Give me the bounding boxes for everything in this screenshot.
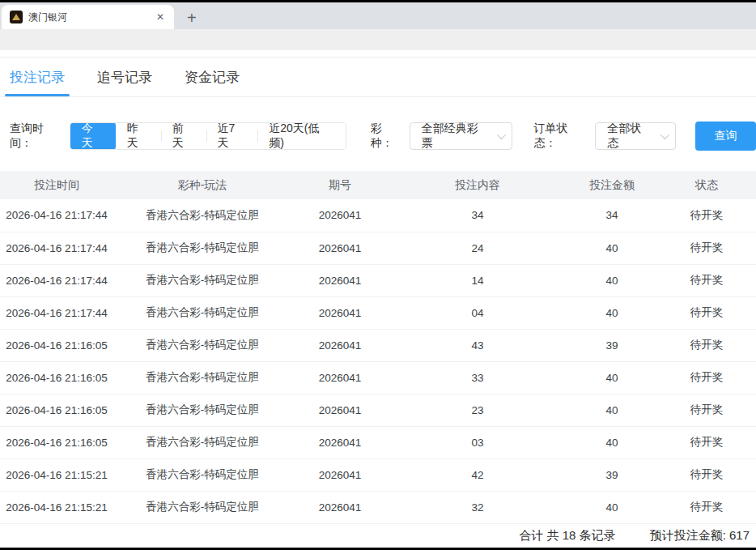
table-cell: 2026-04-16 21:17:44 xyxy=(0,232,113,264)
new-tab-button[interactable]: + xyxy=(182,10,202,26)
table-row: 2026-04-16 21:16:05香港六合彩-特码定位胆2026041234… xyxy=(0,394,756,426)
table-cell: 2026041 xyxy=(291,264,389,296)
table-cell: 34 xyxy=(567,199,657,232)
table-cell: 香港六合彩-特码定位胆 xyxy=(113,264,291,296)
table-cell: 40 xyxy=(567,264,657,296)
table-cell: 香港六合彩-特码定位胆 xyxy=(113,199,291,232)
table-cell: 03 xyxy=(389,426,567,458)
table-cell: 香港六合彩-特码定位胆 xyxy=(113,426,291,458)
column-header: 期号 xyxy=(291,171,389,199)
table-cell: 待开奖 xyxy=(657,199,756,232)
table-cell: 40 xyxy=(567,491,657,523)
table-row: 2026-04-16 21:16:05香港六合彩-特码定位胆2026041334… xyxy=(0,361,756,394)
chevron-down-icon xyxy=(497,130,506,139)
lottery-filter-label: 彩种： xyxy=(371,122,405,151)
table-cell: 2026-04-16 21:16:05 xyxy=(0,394,113,426)
table-cell: 2026041 xyxy=(291,491,389,523)
status-filter-label: 订单状态： xyxy=(533,122,590,151)
table-cell: 24 xyxy=(389,232,567,264)
table-cell: 43 xyxy=(389,329,567,361)
table-cell: 04 xyxy=(389,296,567,329)
time-option-yesterday[interactable]: 昨天 xyxy=(116,122,161,150)
table-cell: 2026041 xyxy=(291,361,389,394)
table-cell: 待开奖 xyxy=(657,296,756,329)
table-cell: 33 xyxy=(389,361,567,394)
table-cell: 40 xyxy=(567,426,657,458)
table-cell: 2026-04-16 21:16:05 xyxy=(0,361,113,394)
table-cell: 32 xyxy=(389,491,567,523)
table-cell: 2026041 xyxy=(291,458,389,491)
browser-tabstrip: 澳门银河 ✕ + xyxy=(0,2,756,29)
tab-fund-records[interactable]: 资金记录 xyxy=(185,58,240,96)
lottery-select[interactable]: 全部经典彩票 xyxy=(410,122,513,150)
content-gap xyxy=(0,50,756,57)
filter-row: 查询时间： 今天 昨天 前天 近7天 近20天(低频) 彩种： 全部经典彩票 订… xyxy=(0,122,756,151)
bottom-black-bar xyxy=(0,548,756,550)
table-cell: 待开奖 xyxy=(657,394,756,426)
table-cell: 2026-04-16 21:16:05 xyxy=(0,426,113,458)
table-cell: 香港六合彩-特码定位胆 xyxy=(113,296,291,329)
table-cell: 待开奖 xyxy=(657,426,756,458)
table-cell: 2026041 xyxy=(291,199,389,232)
table-cell: 待开奖 xyxy=(657,458,756,491)
table-header: 投注时间彩种-玩法期号投注内容投注金额状态 xyxy=(0,171,756,199)
browser-tab-title: 澳门银河 xyxy=(28,11,153,24)
tab-label: 投注记录 xyxy=(10,68,65,87)
tab-close-icon[interactable]: ✕ xyxy=(153,10,168,24)
table-cell: 40 xyxy=(567,394,657,426)
time-option-day-before[interactable]: 前天 xyxy=(161,122,206,150)
table-cell: 39 xyxy=(567,329,657,361)
table-row: 2026-04-16 21:16:05香港六合彩-特码定位胆2026041034… xyxy=(0,426,756,458)
chevron-down-icon xyxy=(660,130,669,139)
total-records-text: 合计 共 18 条记录 xyxy=(519,528,615,544)
table-cell: 2026-04-16 21:15:21 xyxy=(0,458,113,491)
table-cell: 香港六合彩-特码定位胆 xyxy=(113,329,291,361)
table-row: 2026-04-16 21:17:44香港六合彩-特码定位胆2026041343… xyxy=(0,199,756,232)
browser-toolbar xyxy=(0,29,756,50)
table-cell: 香港六合彩-特码定位胆 xyxy=(113,361,291,394)
table-cell: 2026-04-16 21:15:21 xyxy=(0,491,113,523)
column-header: 状态 xyxy=(657,171,756,199)
browser-tab[interactable]: 澳门银河 ✕ xyxy=(2,5,174,29)
time-filter-label: 查询时间： xyxy=(10,122,66,151)
tab-chase-records[interactable]: 追号记录 xyxy=(97,58,152,96)
query-button[interactable]: 查询 xyxy=(695,122,756,151)
time-option-today[interactable]: 今天 xyxy=(70,122,116,150)
table-cell: 2026041 xyxy=(291,232,389,264)
table-cell: 2026-04-16 21:17:44 xyxy=(0,296,113,329)
summary-bar: 合计 共 18 条记录 预计投注金额: 617 xyxy=(0,524,756,548)
time-option-last20days[interactable]: 近20天(低频) xyxy=(257,122,346,150)
table-cell: 2026-04-16 21:17:44 xyxy=(0,199,113,232)
lottery-select-value: 全部经典彩票 xyxy=(422,122,490,151)
table-row: 2026-04-16 21:15:21香港六合彩-特码定位胆2026041423… xyxy=(0,458,756,491)
table-cell: 40 xyxy=(567,232,657,264)
tab-label: 追号记录 xyxy=(97,68,152,87)
page-content: 投注记录 追号记录 资金记录 查询时间： 今天 昨天 前天 近7天 近20天(低… xyxy=(0,50,756,548)
column-header: 投注时间 xyxy=(0,171,113,199)
time-option-last7days[interactable]: 近7天 xyxy=(206,122,258,150)
tab-bet-records[interactable]: 投注记录 xyxy=(10,58,65,96)
table-cell: 待开奖 xyxy=(657,232,756,264)
table-cell: 香港六合彩-特码定位胆 xyxy=(113,458,291,491)
table-cell: 香港六合彩-特码定位胆 xyxy=(113,491,291,523)
table-cell: 待开奖 xyxy=(657,264,756,296)
estimated-amount-text: 预计投注金额: 617 xyxy=(650,528,750,544)
table-row: 2026-04-16 21:17:44香港六合彩-特码定位胆2026041244… xyxy=(0,232,756,264)
column-header: 彩种-玩法 xyxy=(113,171,291,199)
table-cell: 2026-04-16 21:17:44 xyxy=(0,264,113,296)
tab-label: 资金记录 xyxy=(185,68,240,87)
table-cell: 34 xyxy=(389,199,567,232)
bet-records-table: 投注时间彩种-玩法期号投注内容投注金额状态 2026-04-16 21:17:4… xyxy=(0,171,756,524)
record-nav-tabs: 投注记录 追号记录 资金记录 xyxy=(0,57,756,97)
table-cell: 待开奖 xyxy=(657,491,756,523)
table-cell: 2026041 xyxy=(291,329,389,361)
table-header-row: 投注时间彩种-玩法期号投注内容投注金额状态 xyxy=(0,171,756,199)
order-status-select[interactable]: 全部状态 xyxy=(595,122,676,150)
table-cell: 2026041 xyxy=(291,394,389,426)
site-favicon-icon xyxy=(10,11,23,23)
records-body: 2026-04-16 21:17:44香港六合彩-特码定位胆2026041343… xyxy=(0,199,756,523)
table-cell: 39 xyxy=(567,458,657,491)
column-header: 投注内容 xyxy=(389,171,567,199)
table-row: 2026-04-16 21:17:44香港六合彩-特码定位胆2026041044… xyxy=(0,296,756,329)
column-header: 投注金额 xyxy=(567,171,657,199)
